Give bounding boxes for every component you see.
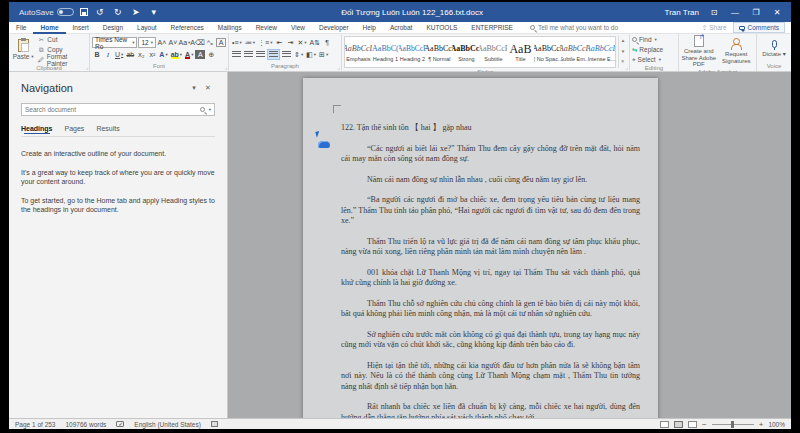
- document-area[interactable]: 122. Tận thế sinh tồn 【 hai 】 gặp nhau“C…: [228, 72, 791, 418]
- qat-customize-icon[interactable]: ▾: [148, 7, 160, 17]
- style-card[interactable]: AaBbCcI ¶ No Spac...: [534, 37, 561, 67]
- proofing-icon[interactable]: [116, 421, 124, 427]
- undo-icon[interactable]: ↺: [94, 7, 106, 17]
- font-color-icon[interactable]: A▾: [184, 49, 194, 60]
- share-button[interactable]: ⇪ Share: [702, 24, 727, 32]
- minimize-button[interactable]: —: [729, 8, 741, 17]
- search-input[interactable]: [25, 106, 197, 113]
- phonetic-guide-icon[interactable]: ᴬₐ: [205, 37, 215, 48]
- strikethrough-icon[interactable]: ab: [125, 49, 135, 60]
- ribbon-tab[interactable]: Layout: [130, 22, 164, 34]
- bold-icon[interactable]: B: [92, 49, 102, 60]
- word-count[interactable]: 109766 words: [65, 421, 106, 428]
- draw-pointer-icon[interactable]: ➤: [130, 7, 142, 17]
- document-search-box[interactable]: ▾: [21, 103, 215, 116]
- search-magnifier-icon[interactable]: [200, 107, 205, 112]
- distribute-icon[interactable]: [281, 49, 292, 60]
- zoom-slider-thumb[interactable]: [731, 421, 734, 428]
- increase-indent-icon[interactable]: ⇥: [285, 37, 295, 48]
- document-paragraph[interactable]: Thẩm Thu chỗ sở nghiên cứu chủ công chín…: [341, 299, 640, 320]
- navigation-options-icon[interactable]: ▾: [187, 84, 201, 92]
- ribbon-tab[interactable]: ENTERPRISE: [464, 22, 520, 34]
- bullets-icon[interactable]: •≡▾: [231, 37, 243, 48]
- paste-button[interactable]: Paste▾: [11, 39, 35, 60]
- font-family-combo[interactable]: Times New Ro▾: [92, 37, 137, 48]
- comments-button[interactable]: Comments: [733, 22, 785, 33]
- document-paragraph[interactable]: 122. Tận thế sinh tồn 【 hai 】 gặp nhau: [341, 123, 640, 134]
- highlight-color-icon[interactable]: ab▾: [170, 49, 183, 60]
- styles-dialog-launcher[interactable]: ⌟: [626, 64, 628, 70]
- ribbon-tab[interactable]: Design: [96, 22, 130, 34]
- align-center-icon[interactable]: [243, 49, 254, 60]
- enclose-circle-icon[interactable]: ⊕: [206, 49, 216, 60]
- ribbon-tab[interactable]: References: [164, 22, 211, 34]
- align-left-icon[interactable]: [231, 49, 242, 60]
- superscript-icon[interactable]: x²: [147, 49, 157, 60]
- shrink-font-icon[interactable]: A˅: [168, 37, 178, 48]
- close-button[interactable]: ✕: [771, 8, 783, 17]
- style-card[interactable]: AaBbCcL Intense E...: [588, 37, 615, 67]
- navigation-tab[interactable]: Results: [96, 125, 119, 132]
- document-paragraph[interactable]: Thẩm Thu triển lộ ra vũ lực giá trị đã đ…: [341, 237, 640, 258]
- numbering-icon[interactable]: ≔▾: [244, 37, 256, 48]
- find-button[interactable]: Find▾: [632, 35, 663, 44]
- language-indicator[interactable]: English (United States): [134, 421, 200, 428]
- ribbon-tab[interactable]: KUTOOLS: [419, 22, 464, 34]
- clipboard-dialog-launcher[interactable]: ⌟: [86, 64, 88, 70]
- style-card[interactable]: AaBbC( Heading 1: [372, 37, 399, 67]
- print-layout-icon[interactable]: [674, 421, 683, 428]
- web-layout-icon[interactable]: [688, 421, 697, 428]
- italic-icon[interactable]: I: [103, 49, 113, 60]
- select-button[interactable]: ⌖ Select▾: [632, 55, 663, 64]
- style-card[interactable]: AaBbCcE Heading 2: [399, 37, 426, 67]
- borders-icon[interactable]: ⊞▾: [318, 49, 329, 60]
- navigation-tab[interactable]: Headings: [21, 125, 53, 132]
- ribbon-tab[interactable]: Insert: [66, 22, 96, 34]
- line-spacing-icon[interactable]: ⇕▾: [293, 49, 304, 60]
- request-signatures-button[interactable]: Request Signatures: [719, 38, 755, 64]
- align-right-icon[interactable]: [255, 49, 266, 60]
- cut-button[interactable]: ✂ Cut: [37, 35, 87, 44]
- change-case-icon[interactable]: Aa▾: [179, 37, 190, 48]
- document-paragraph[interactable]: “Ba người các ngươi đi mở ba chiếc xe, đ…: [341, 195, 640, 227]
- style-card[interactable]: AaBbCcE Subtitle: [480, 37, 507, 67]
- ribbon-tab[interactable]: View: [284, 22, 312, 34]
- search-options-caret-icon[interactable]: ▾: [209, 107, 211, 112]
- zoom-level[interactable]: 100%: [768, 421, 785, 428]
- ribbon-tab[interactable]: Mailings: [211, 22, 249, 34]
- sort-icon[interactable]: A⇅: [309, 37, 322, 48]
- document-paragraph[interactable]: 001 khóa chặt Lữ Thanh Mộng vị trí, ngay…: [341, 268, 640, 289]
- macro-record-icon[interactable]: [211, 421, 218, 427]
- zoom-slider[interactable]: [712, 424, 754, 425]
- zoom-in-icon[interactable]: +: [759, 420, 764, 429]
- styles-scroll-down-icon[interactable]: ▼: [619, 47, 627, 58]
- document-paragraph[interactable]: Rất nhanh ba chiếc xe liền đã chuẩn bị k…: [341, 402, 640, 418]
- decrease-indent-icon[interactable]: ⇤: [274, 37, 284, 48]
- ribbon-tab[interactable]: Help: [356, 22, 383, 34]
- shading-icon[interactable]: ◧▾: [305, 49, 317, 60]
- read-mode-icon[interactable]: [660, 421, 669, 428]
- ribbon-tab[interactable]: File: [9, 22, 33, 34]
- clear-formatting-icon[interactable]: A⌫: [191, 37, 204, 48]
- underline-icon[interactable]: U▾: [114, 49, 124, 60]
- show-hide-paragraph-icon[interactable]: ¶: [322, 37, 332, 48]
- style-card[interactable]: AaB Title: [507, 37, 534, 67]
- ribbon-tab[interactable]: Home: [33, 22, 65, 34]
- document-paragraph[interactable]: Năm cái nam đồng sự nhìn lẫn nhau , cuối…: [341, 175, 640, 186]
- font-dialog-launcher[interactable]: ⌟: [225, 64, 227, 70]
- ribbon-tab[interactable]: Review: [249, 22, 284, 34]
- multilevel-list-icon[interactable]: ⋮≡▾: [257, 37, 273, 48]
- character-shading-icon[interactable]: A: [195, 50, 205, 59]
- style-card[interactable]: AaBbCcL Emphasis: [345, 37, 372, 67]
- ribbon-display-options-icon[interactable]: ⊡: [708, 8, 720, 17]
- enclose-characters-icon[interactable]: A: [216, 38, 226, 47]
- format-painter-button[interactable]: 🖉 Format Painter: [37, 55, 87, 64]
- style-card[interactable]: AaBbCcL Subtle Em...: [561, 37, 588, 67]
- ribbon-tab[interactable]: Acrobat: [383, 22, 419, 34]
- replace-button[interactable]: ⇆ Replace: [632, 45, 663, 54]
- zoom-out-icon[interactable]: −: [702, 420, 707, 429]
- navigation-tab[interactable]: Pages: [65, 125, 85, 132]
- document-paragraph[interactable]: Sở nghiên cứu trước mắt còn không có gì …: [341, 330, 640, 351]
- navigation-close-icon[interactable]: ✕: [201, 84, 215, 92]
- document-paragraph[interactable]: Hiện tại tận thế tới, những cái kia ngườ…: [341, 361, 640, 393]
